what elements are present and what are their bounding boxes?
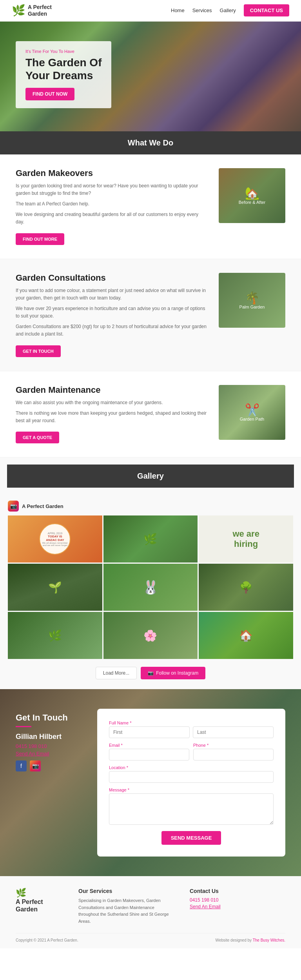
- what-we-do-heading: What We Do: [0, 131, 301, 154]
- site-footer: 🌿 A Perfect Garden Our Services Speciali…: [0, 876, 301, 948]
- social-icons: f 📷: [16, 760, 68, 771]
- service-consultations-image: 🌴 Palm Garden: [219, 273, 285, 328]
- gallery-item-6[interactable]: 🌳: [199, 564, 293, 611]
- service-makeovers-content: Garden Makeovers Is your garden looking …: [16, 168, 207, 245]
- footer-services-heading: Our Services: [78, 888, 174, 894]
- footer-top: 🌿 A Perfect Garden Our Services Speciali…: [16, 888, 285, 933]
- service-consultations-content: Garden Consultations If you want to add …: [16, 273, 207, 357]
- instagram-name: A Perfect Garden: [22, 503, 63, 509]
- location-input[interactable]: [109, 771, 274, 783]
- service-makeovers-desc2: The team at A Perfect Garden help.: [16, 200, 207, 208]
- gallery-grid: APRIL 2019 TODAY ISANZAC DAY We all alwa…: [0, 514, 301, 661]
- footer-copyright: Copyright © 2021 A Perfect Garden.: [16, 938, 78, 942]
- gallery-item-4[interactable]: 🌱: [8, 564, 102, 611]
- service-makeovers-desc3: We love designing and creating beautiful…: [16, 211, 207, 226]
- service-consultations-desc2: We have over 20 years experience in hort…: [16, 305, 207, 320]
- form-location-row: Location *: [109, 765, 274, 783]
- phone-input[interactable]: [193, 749, 274, 760]
- service-makeovers: Garden Makeovers Is your garden looking …: [0, 154, 301, 259]
- hero-cta-button[interactable]: FIND OUT NOW: [25, 88, 74, 100]
- we-are-hiring-text: we are hiring: [228, 525, 263, 554]
- service-makeovers-desc1: Is your garden looking tired and worse f…: [16, 182, 207, 197]
- contact-email-link[interactable]: Send An Email: [16, 751, 68, 757]
- service-maintenance-image: ✂️ Garden Path: [219, 385, 285, 440]
- service-makeovers-title: Garden Makeovers: [16, 168, 207, 178]
- gallery-item-9[interactable]: 🏠: [199, 612, 293, 659]
- email-label: Email *: [109, 743, 189, 748]
- form-group-location: Location *: [109, 765, 274, 783]
- instagram-follow-icon: 📷: [148, 670, 154, 676]
- footer-contact-col: Contact Us 0415 198 010 Send An Email: [190, 888, 285, 925]
- footer-designer-link[interactable]: The Busy Witches.: [253, 938, 285, 942]
- email-input[interactable]: [109, 749, 189, 760]
- contact-underline: [16, 726, 31, 727]
- footer-services-desc: Specialising in Garden Makeovers, Garden…: [78, 897, 174, 925]
- contact-heading: Get In Touch: [16, 713, 68, 723]
- hero-section: It's Time For You To Have The Garden OfY…: [0, 22, 301, 131]
- location-label: Location *: [109, 765, 274, 770]
- message-textarea[interactable]: [109, 793, 274, 825]
- gallery-item-7[interactable]: 🌿: [8, 612, 102, 659]
- load-more-button[interactable]: Load More...: [96, 667, 137, 679]
- main-nav: Home Services Gallery CONTACT US: [171, 4, 289, 16]
- gallery-heading: Gallery: [0, 457, 301, 495]
- instagram-icon: 📷: [8, 501, 19, 512]
- form-message-row: Message *: [109, 788, 274, 826]
- gallery-container: 📷 A Perfect Garden APRIL 2019 TODAY ISAN…: [0, 495, 301, 689]
- anzac-card: APRIL 2019 TODAY ISANZAC DAY We all alwa…: [39, 523, 71, 555]
- form-group-email: Email *: [109, 743, 189, 760]
- service-consultations-desc1: If you want to add some colour, a statem…: [16, 287, 207, 302]
- contact-person-name: Gillian Hilbert: [16, 733, 68, 741]
- service-maintenance: Garden Maintenance We can also assist yo…: [0, 371, 301, 458]
- footer-phone: 0415 198 010: [190, 897, 285, 903]
- footer-contact-heading: Contact Us: [190, 888, 285, 894]
- form-name-row: Full Name *: [109, 720, 274, 738]
- message-label: Message *: [109, 788, 274, 792]
- follow-instagram-button[interactable]: 📷 Follow on Instagram: [141, 667, 205, 679]
- gallery-item-3[interactable]: we are hiring: [199, 515, 293, 563]
- service-consultations-title: Garden Consultations: [16, 273, 207, 283]
- consultations-get-in-touch-button[interactable]: GET IN TOUCH: [16, 345, 61, 357]
- form-group-phone: Phone *: [193, 743, 274, 760]
- makeovers-find-out-button[interactable]: FIND OUT MORE: [16, 233, 64, 245]
- last-name-input[interactable]: [193, 726, 274, 738]
- nav-gallery[interactable]: Gallery: [220, 7, 236, 13]
- footer-email-link[interactable]: Send An Email: [190, 904, 221, 909]
- gallery-item-2[interactable]: 🌿: [103, 515, 198, 563]
- form-group-message: Message *: [109, 788, 274, 826]
- logo-icon: 🌿: [12, 4, 25, 17]
- maintenance-get-quote-button[interactable]: GET A QUOTE: [16, 432, 59, 443]
- logo-text: A Perfect Garden: [28, 4, 52, 17]
- send-message-button[interactable]: SEND MESSAGE: [161, 831, 221, 845]
- hero-overlay: It's Time For You To Have The Garden OfY…: [16, 41, 111, 108]
- contact-info: Get In Touch Gillian Hilbert 0415 198 01…: [16, 713, 68, 771]
- service-consultations: 🌴 Palm Garden Garden Consultations If yo…: [0, 259, 301, 371]
- hero-subtitle: It's Time For You To Have: [25, 49, 102, 54]
- service-maintenance-content: Garden Maintenance We can also assist yo…: [16, 385, 207, 444]
- logo: 🌿 A Perfect Garden: [12, 4, 52, 17]
- contact-us-button[interactable]: CONTACT US: [244, 4, 289, 16]
- gallery-item-8[interactable]: 🌸: [103, 612, 198, 659]
- nav-services[interactable]: Services: [192, 7, 212, 13]
- phone-label: Phone *: [193, 743, 274, 748]
- footer-services-col: Our Services Specialising in Garden Make…: [78, 888, 174, 925]
- gallery-item-1[interactable]: APRIL 2019 TODAY ISANZAC DAY We all alwa…: [8, 515, 102, 563]
- contact-phone: 0415 198 010: [16, 743, 68, 749]
- instagram-social-icon[interactable]: 📷: [30, 760, 41, 771]
- form-group-fullname: Full Name *: [109, 720, 274, 738]
- service-maintenance-desc2: There is nothing we love more than keepi…: [16, 410, 207, 425]
- site-header: 🌿 A Perfect Garden Home Services Gallery…: [0, 0, 301, 22]
- full-name-label: Full Name *: [109, 720, 274, 725]
- first-name-input[interactable]: [109, 726, 190, 738]
- hero-title: The Garden OfYour Dreams: [25, 56, 102, 82]
- footer-bottom: Copyright © 2021 A Perfect Garden. Websi…: [16, 933, 285, 942]
- nav-home[interactable]: Home: [171, 7, 185, 13]
- gallery-buttons: Load More... 📷 Follow on Instagram: [0, 661, 301, 685]
- facebook-icon[interactable]: f: [16, 760, 27, 771]
- service-consultations-desc3: Garden Consultations are $200 (ngt) for …: [16, 323, 207, 338]
- gallery-item-5[interactable]: 🐰: [103, 564, 198, 611]
- footer-logo: 🌿 A Perfect Garden: [16, 888, 63, 925]
- instagram-header: 📷 A Perfect Garden: [0, 495, 301, 514]
- form-contact-row: Email * Phone *: [109, 743, 274, 760]
- service-makeovers-image: 🏡 Before & After: [219, 168, 285, 223]
